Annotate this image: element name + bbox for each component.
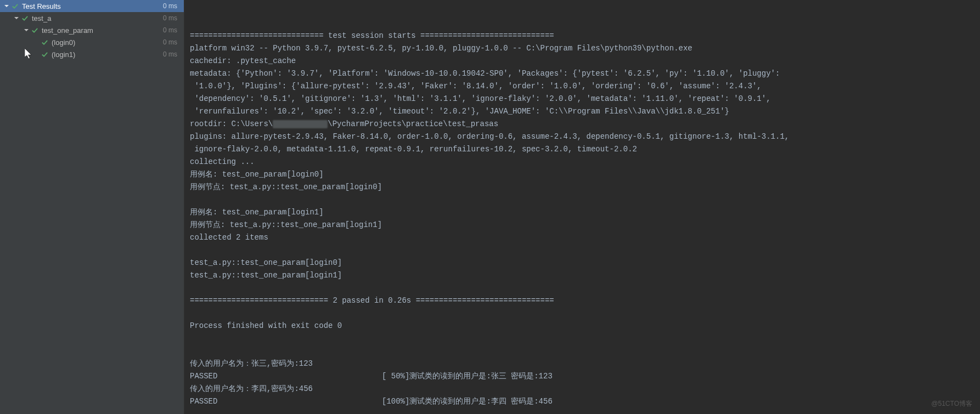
check-icon — [11, 2, 19, 10]
tree-item-time: 0 ms — [163, 14, 181, 22]
tree-header-label: Test Results — [22, 2, 163, 10]
tree-item-label: (login0) — [52, 38, 163, 47]
tree-item-test_one_param[interactable]: test_one_param0 ms — [0, 24, 184, 36]
console-line — [190, 194, 975, 206]
console-line: metadata: {'Python': '3.9.7', 'Platform'… — [190, 67, 975, 80]
console-line: 用例节点: test_a.py::test_one_param[login0] — [190, 181, 975, 194]
chevron-down-icon — [33, 39, 40, 46]
chevron-down-icon — [33, 51, 40, 58]
console-line: PASSED[ 50%]测试类的读到的用户是:张三 密码是:123 — [190, 370, 975, 383]
console-line: plugins: allure-pytest-2.9.43, Faker-8.1… — [190, 131, 975, 143]
redacted-username — [273, 120, 328, 128]
check-icon — [21, 14, 29, 22]
console-line: 'rerunfailures': '10.2', 'spec': '3.2.0'… — [190, 105, 975, 118]
console-line: Process finished with exit code 0 — [190, 320, 975, 332]
console-line: test_a.py::test_one_param[login1] — [190, 269, 975, 282]
console-left-col: 传入的用户名为：张三,密码为:123 — [190, 358, 382, 370]
tree-item-login0[interactable]: (login0)0 ms — [0, 36, 184, 48]
check-icon — [41, 50, 48, 58]
console-line: PASSED[100%]测试类的读到的用户是:李四 密码是:456 — [190, 395, 975, 408]
console-line: ============================== 2 passed … — [190, 294, 975, 307]
console-line: '1.0.0'}, 'Plugins': {'allure-pytest': '… — [190, 80, 975, 93]
console-line — [190, 244, 975, 257]
console-line: 用例名: test_one_param[login1] — [190, 206, 975, 219]
tree-item-test_a[interactable]: test_a0 ms — [0, 12, 184, 24]
console-left-col: PASSED — [190, 370, 382, 383]
tree-item-label: (login1) — [52, 50, 163, 59]
console-right-col: [100%]测试类的读到的用户是:李四 密码是:456 — [382, 397, 553, 406]
tree-header-row[interactable]: Test Results 0 ms — [0, 0, 184, 12]
chevron-down-icon[interactable] — [13, 15, 20, 21]
console-left-col: 传入的用户名为：李四,密码为:456 — [190, 383, 382, 395]
console-left-col: PASSED — [190, 395, 382, 408]
check-icon — [41, 38, 48, 46]
console-line: rootdir: C:\Users\\PycharmProjects\pract… — [190, 118, 975, 131]
tree-item-time: 0 ms — [163, 26, 181, 34]
tree-item-login1[interactable]: (login1)0 ms — [0, 48, 184, 60]
console-line: 'dependency': '0.5.1', 'gitignore': '1.3… — [190, 93, 975, 105]
test-results-panel: Test Results 0 ms test_a0 mstest_one_par… — [0, 0, 184, 414]
console-line: collected 2 items — [190, 231, 975, 244]
console-right-col: [ 50%]测试类的读到的用户是:张三 密码是:123 — [382, 372, 553, 381]
console-line: cachedir: .pytest_cache — [190, 55, 975, 67]
console-line: ============================= test sessi… — [190, 30, 975, 42]
console-line: ignore-flaky-2.0.0, metadata-1.11.0, rep… — [190, 143, 975, 156]
check-icon — [31, 26, 38, 34]
tree-item-time: 0 ms — [163, 50, 181, 58]
console-line: platform win32 -- Python 3.9.7, pytest-6… — [190, 42, 975, 55]
console-line: 用例节点: test_a.py::test_one_param[login1] — [190, 219, 975, 231]
chevron-down-icon[interactable] — [23, 27, 30, 33]
tree-item-label: test_a — [32, 14, 163, 22]
console-line: 传入的用户名为：张三,密码为:123 — [190, 358, 975, 370]
tree-item-label: test_one_param — [42, 26, 163, 35]
console-line: collecting ... — [190, 156, 975, 168]
console-line — [190, 307, 975, 320]
tree-item-time: 0 ms — [163, 38, 181, 46]
console-output[interactable]: ============================= test sessi… — [184, 0, 980, 414]
console-line — [190, 282, 975, 294]
chevron-down-icon[interactable] — [3, 3, 10, 9]
tree-header-time: 0 ms — [163, 2, 181, 10]
watermark-label: @51CTO博客 — [931, 399, 972, 409]
console-line: 传入的用户名为：李四,密码为:456 — [190, 383, 975, 395]
console-line: test_a.py::test_one_param[login0] — [190, 257, 975, 269]
console-line: 用例名: test_one_param[login0] — [190, 168, 975, 181]
